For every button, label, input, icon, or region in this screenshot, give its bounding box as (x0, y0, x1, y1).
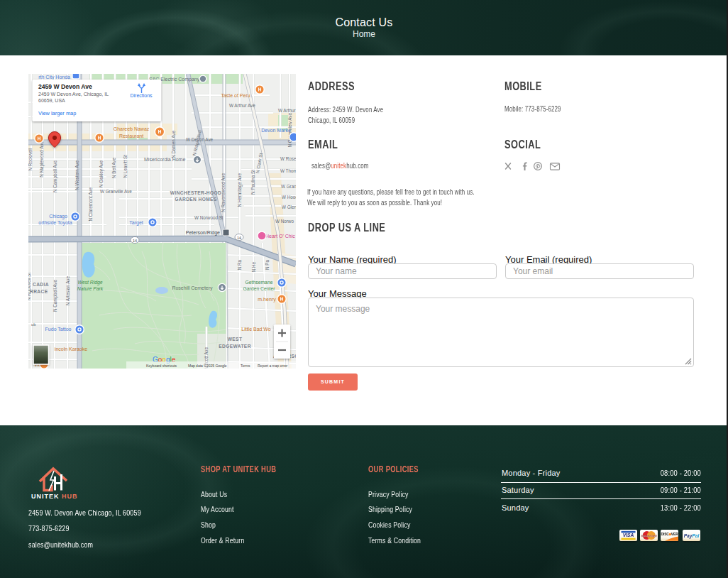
svg-text:W Arthur Ave: W Arthur Ave (229, 103, 255, 108)
svg-text:Report a map error: Report a map error (258, 364, 288, 368)
svg-text:W Thome: W Thome (280, 168, 296, 173)
svg-text:Terms: Terms (241, 364, 250, 368)
svg-text:N Damen Ave: N Damen Ave (171, 131, 176, 158)
svg-text:N Maplewood Ave: N Maplewood Ave (39, 141, 45, 178)
svg-text:N Claremont Ave: N Claremont Ave (88, 187, 93, 222)
svg-text:W Gran: W Gran (281, 184, 296, 189)
svg-text:2459 W Devon Ave, Chicago, IL: 2459 W Devon Ave, Chicago, IL (38, 92, 109, 97)
svg-text:14: 14 (133, 239, 137, 243)
svg-text:N Bell Ave: N Bell Ave (111, 158, 116, 178)
svg-text:W Rosen: W Rosen (280, 156, 296, 161)
svg-text:W Hood: W Hood (282, 195, 296, 200)
svg-text:W Granville Ave: W Granville Ave (100, 189, 132, 194)
svg-text:ob: ob (31, 322, 36, 327)
svg-text:West Ridge: West Ridge (77, 280, 102, 285)
svg-text:2459 W Devon Ave: 2459 W Devon Ave (38, 83, 92, 90)
svg-text:N Pa: N Pa (265, 260, 270, 270)
svg-text:Directions: Directions (130, 93, 153, 98)
svg-text:rth City Honda: rth City Honda (38, 75, 70, 80)
svg-text:N He: N He (251, 262, 256, 273)
svg-text:Chicago: Chicago (49, 214, 67, 219)
svg-text:W Glenl: W Glenl (282, 205, 296, 209)
svg-text:N Rockwell: N Rockwell (28, 148, 33, 171)
svg-text:Keyboard shortcuts: Keyboard shortcuts (146, 364, 177, 368)
svg-text:orthside Toyota: orthside Toyota (38, 220, 72, 226)
svg-text:Ghareeb Nawaz: Ghareeb Nawaz (114, 126, 150, 131)
svg-text:VISA: VISA (623, 533, 634, 538)
svg-text:View larger map: View larger map (38, 110, 76, 116)
svg-text:Target: Target (129, 220, 143, 226)
svg-text:incoln Karaoke: incoln Karaoke (55, 347, 87, 351)
svg-text:EDGEWATER: EDGEWATER (219, 344, 251, 349)
svg-text:N Leavitt St: N Leavitt St (123, 155, 128, 178)
svg-text:m.henry: m.henry (258, 297, 276, 302)
svg-text:GARDEN HOMES: GARDEN HOMES (175, 197, 217, 202)
svg-text:WINCHESTER-HOOD: WINCHESTER-HOOD (170, 190, 221, 195)
svg-text:Nature Park: Nature Park (77, 286, 104, 291)
svg-text:N Artesian Ave: N Artesian Ave (65, 276, 70, 306)
svg-text:PayPal: PayPal (684, 533, 700, 539)
svg-text:CADIA: CADIA (33, 282, 49, 287)
svg-text:Map data ©2025 Google: Map data ©2025 Google (188, 364, 227, 368)
svg-text:Gethsemane: Gethsemane (246, 280, 273, 285)
svg-text:N Ra: N Ra (237, 260, 242, 271)
svg-text:RRACE: RRACE (30, 289, 48, 294)
svg-text:14: 14 (237, 236, 241, 240)
svg-text:Devon Marke: Devon Marke (261, 128, 291, 133)
svg-text:Heart O' Chic: Heart O' Chic (265, 234, 295, 239)
svg-text:N Campbell Ave: N Campbell Ave (53, 160, 58, 193)
svg-text:W Norwood St: W Norwood St (194, 215, 224, 220)
svg-text:60659, USA: 60659, USA (38, 98, 65, 103)
svg-text:Peterson/Ridge: Peterson/Ridge (186, 230, 220, 236)
svg-text:N Rockwell St: N Rockwell St (28, 273, 31, 300)
svg-text:N Hermitage Ave: N Hermitage Ave (237, 173, 243, 207)
svg-text:MasterCard: MasterCard (641, 534, 658, 538)
svg-text:N Western Ave: N Western Ave (75, 160, 79, 190)
svg-text:N Campbell Ave: N Campbell Ave (53, 280, 58, 312)
svg-text:W Arthur: W Arthur (278, 108, 296, 113)
svg-text:WEST: WEST (228, 337, 243, 342)
svg-text:UNITEK HUB: UNITEK HUB (31, 493, 78, 500)
svg-text:W Norwo: W Norwo (275, 219, 294, 224)
svg-text:N Oakley Ave: N Oakley Ave (99, 160, 104, 188)
svg-text:Garden Center: Garden Center (243, 286, 276, 291)
svg-text:Rosehill Cemetery: Rosehill Cemetery (172, 285, 213, 291)
svg-text:Restaurant: Restaurant (119, 133, 143, 138)
svg-text:Little Bad Wo: Little Bad Wo (241, 327, 271, 332)
svg-text:Misericordia Home: Misericordia Home (144, 157, 185, 162)
svg-text:Taste of Peru: Taste of Peru (221, 93, 250, 98)
svg-text:Fudo Tattoo: Fudo Tattoo (45, 327, 72, 332)
